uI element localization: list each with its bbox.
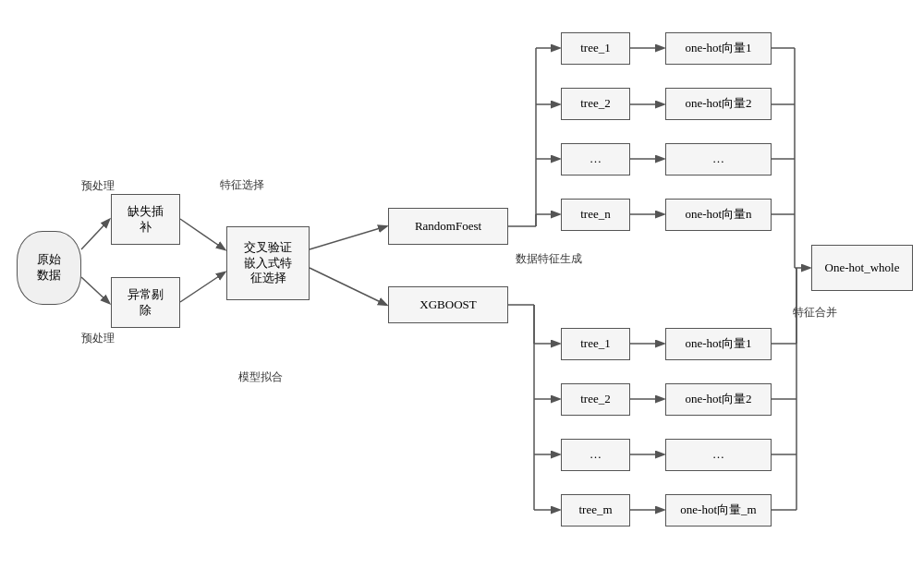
xg-oh1-label: one-hot向量1 [685, 336, 751, 352]
one-hot-whole-node: One-hot_whole [811, 245, 913, 291]
svg-line-5 [310, 268, 386, 305]
rf-tree-n-node: tree_n [561, 199, 630, 231]
label-feature-gen: 数据特征生成 [516, 251, 582, 267]
rf-tree-dots-node: … [561, 143, 630, 176]
xg-tree1-node: tree_1 [561, 328, 630, 360]
label-preprocess1: 预处理 [81, 178, 115, 194]
label-preprocess2: 预处理 [81, 331, 115, 346]
label-feature-merge: 特征合并 [793, 305, 837, 321]
xg-tree-dots-node: … [561, 439, 630, 471]
rf-oh-n-label: one-hot向量n [685, 207, 751, 223]
rf-oh1-label: one-hot向量1 [685, 41, 751, 56]
svg-line-1 [81, 277, 109, 303]
xg-tree-dots-label: … [590, 447, 602, 463]
rf-tree1-label: tree_1 [580, 41, 610, 56]
rf-tree2-label: tree_2 [580, 96, 610, 112]
rf-oh-dots-label: … [712, 151, 724, 167]
missing-node: 缺失插补 [111, 194, 180, 245]
rf-tree2-node: tree_2 [561, 88, 630, 120]
label-model-fit: 模型拟合 [238, 369, 283, 385]
rf-oh2-node: one-hot向量2 [665, 88, 772, 120]
svg-line-4 [310, 226, 386, 249]
xg-tree-m-label: tree_m [578, 502, 612, 518]
raw-data-node: 原始 数据 [17, 231, 81, 305]
xgboost-label: XGBOOST [419, 297, 476, 313]
outlier-label: 异常剔除 [128, 287, 164, 319]
rf-tree-dots-label: … [590, 151, 602, 167]
rf-oh2-label: one-hot向量2 [685, 96, 751, 112]
xgboost-node: XGBOOST [388, 286, 508, 323]
xg-oh2-node: one-hot向量2 [665, 383, 772, 416]
label-feature-select: 特征选择 [220, 177, 264, 193]
xg-tree2-label: tree_2 [580, 392, 610, 407]
xg-oh-dots-node: … [665, 439, 772, 471]
rf-oh-n-node: one-hot向量n [665, 199, 772, 231]
svg-line-0 [81, 220, 109, 249]
xg-tree1-label: tree_1 [580, 336, 610, 352]
xg-tree-m-node: tree_m [561, 494, 630, 527]
rf-oh-dots-node: … [665, 143, 772, 176]
rf-oh1-node: one-hot向量1 [665, 32, 772, 65]
randomforest-label: RandomFoest [415, 219, 481, 235]
xg-oh-m-node: one-hot向量_m [665, 494, 772, 527]
svg-line-3 [180, 272, 225, 302]
rf-tree-n-label: tree_n [580, 207, 610, 223]
diagram: 原始 数据 缺失插补 异常剔除 交叉验证嵌入式特征选择 RandomFoest … [0, 0, 924, 581]
outlier-node: 异常剔除 [111, 277, 180, 328]
cross-valid-label: 交叉验证嵌入式特征选择 [244, 240, 292, 287]
xg-oh-m-label: one-hot向量_m [680, 502, 756, 518]
missing-label: 缺失插补 [128, 204, 164, 236]
randomforest-node: RandomFoest [388, 208, 508, 245]
cross-valid-node: 交叉验证嵌入式特征选择 [226, 226, 310, 300]
xg-oh-dots-label: … [712, 447, 724, 463]
rf-tree1-node: tree_1 [561, 32, 630, 65]
raw-data-label: 原始 数据 [37, 252, 61, 284]
xg-oh2-label: one-hot向量2 [685, 392, 751, 407]
xg-tree2-node: tree_2 [561, 383, 630, 416]
svg-line-2 [180, 219, 225, 249]
xg-oh1-node: one-hot向量1 [665, 328, 772, 360]
one-hot-whole-label: One-hot_whole [825, 260, 900, 276]
